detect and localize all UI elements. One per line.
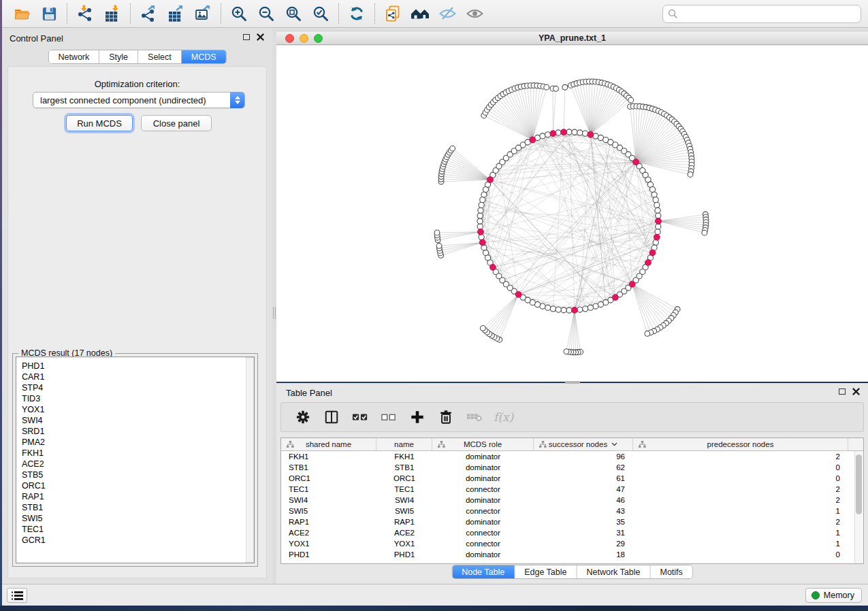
tab-motifs[interactable]: Motifs [650,565,692,578]
tab-network[interactable]: Network [48,50,99,63]
attribute-type-icon [539,441,547,448]
tab-style[interactable]: Style [99,50,138,63]
column-label: successor nodes [549,440,607,448]
mcds-result-item[interactable]: YOX1 [22,404,254,415]
export-image-button[interactable] [189,2,216,25]
mcds-result-item[interactable]: ORC1 [22,480,254,491]
refresh-view-button[interactable] [343,2,370,25]
close-panel-button[interactable]: Close panel [141,115,212,131]
open-file-button[interactable] [8,2,35,25]
save-icon [41,5,58,22]
table-cell: 1 [633,538,848,549]
status-menu-button[interactable] [7,588,27,603]
mcds-result-item[interactable]: CAR1 [22,371,254,382]
mcds-result-item[interactable]: PHD1 [22,361,254,371]
table-row[interactable]: YOX1YOX1connector291 [281,538,854,549]
mcds-result-item[interactable]: STP4 [22,382,254,393]
hide-selected-button[interactable] [434,2,461,25]
table-row[interactable]: STB1STB1dominator620 [281,462,854,473]
mcds-result-item[interactable]: TID3 [22,393,254,404]
zoom-selected-button[interactable] [307,2,334,25]
network-titlebar[interactable]: YPA_prune.txt_1 [276,31,868,45]
tab-mcds[interactable]: MCDS [182,50,226,63]
table-cell: 2 [633,495,848,506]
delete-column-button[interactable] [435,406,457,428]
network-canvas[interactable] [276,46,868,382]
control-panel: Control Panel Network Style Select MCDS … [2,28,272,584]
delete-table-button-disabled[interactable] [464,406,485,428]
toolbar-separator [338,3,339,24]
mcds-result-item[interactable]: SRD1 [22,426,254,437]
table-row[interactable]: ACE2ACE2connector311 [281,527,854,538]
duplicate-network-button[interactable] [379,2,406,25]
import-table-button[interactable] [99,2,126,25]
column-header-successor-nodes[interactable]: successor nodes [534,438,633,450]
tab-select[interactable]: Select [138,50,182,63]
zoom-in-button[interactable] [225,2,253,25]
column-header-MCDS-role[interactable]: MCDS role [432,438,534,450]
import-network-button[interactable] [71,2,99,25]
mcds-result-scrollbar[interactable] [246,357,254,563]
memory-status-icon [811,591,820,599]
sort-chevron-icon [611,442,617,446]
control-panel-tabs: Network Style Select MCDS [48,50,226,64]
table-cell: connector [432,506,534,516]
zoom-fit-button[interactable] [280,2,307,25]
table-row[interactable]: PHD1PHD1dominator180 [281,549,854,560]
table-row[interactable]: TEC1TEC1connector472 [281,484,854,495]
table-cell: STB1 [281,462,376,473]
table-cell: connector [432,527,534,538]
function-builder-button[interactable]: f(x) [494,410,513,424]
memory-button[interactable]: Memory [805,588,862,603]
add-column-button[interactable] [406,406,428,428]
close-panel-icon[interactable] [257,33,264,41]
save-session-button[interactable] [35,2,63,25]
first-neighbors-button[interactable] [406,2,434,25]
tab-node-table[interactable]: Node Table [452,565,515,578]
table-settings-button[interactable] [292,406,314,428]
mcds-result-item[interactable]: FKH1 [22,448,254,459]
criterion-value: largest connected component (undirected) [40,95,206,105]
export-table-button[interactable] [162,2,189,25]
column-header-name[interactable]: name [376,438,432,450]
open-folder-icon [13,5,31,22]
float-panel-icon[interactable] [839,389,846,395]
mcds-result-item[interactable]: STB1 [22,502,254,513]
table-row[interactable]: RAP1RAP1dominator352 [281,516,854,527]
run-mcds-button[interactable]: Run MCDS [66,115,133,131]
table-panel: Table Panel f(x) shared namenameMCDS rol… [276,383,868,584]
tab-network-table[interactable]: Network Table [577,565,651,578]
mcds-result-list[interactable]: PHD1CAR1STP4TID3YOX1SWI4SRD1PMA2FKH1ACE2… [16,357,255,563]
table-row[interactable]: FKH1FKH1dominator962 [281,451,854,462]
mcds-result-item[interactable]: RAP1 [22,491,254,502]
mcds-result-item[interactable]: PMA2 [22,437,254,448]
column-header-predecessor-nodes[interactable]: predecessor nodes [633,438,848,450]
search-input[interactable] [662,5,861,23]
table-scrollbar[interactable] [854,451,863,563]
mcds-result-item[interactable]: GCR1 [22,535,254,546]
float-panel-icon[interactable] [243,34,250,40]
table-scrollbar-thumb[interactable] [856,455,862,514]
table-row[interactable]: SWI5SWI5connector431 [281,506,854,516]
table-row[interactable]: ORC1ORC1dominator610 [281,473,854,484]
list-icon [12,591,23,600]
mcds-result-item[interactable]: SWI4 [22,415,254,426]
mcds-result-item[interactable]: STB5 [22,469,254,480]
horizontal-splitter-grip[interactable] [565,381,580,384]
mcds-result-item[interactable]: SWI5 [22,513,254,524]
table-cell: TEC1 [376,484,432,495]
mcds-result-item[interactable]: TEC1 [22,524,254,535]
show-columns-button[interactable] [321,406,342,428]
column-header-shared-name[interactable]: shared name [281,438,376,450]
export-network-button[interactable] [135,2,162,25]
table-row[interactable]: SWI4SWI4dominator462 [281,495,854,506]
tab-edge-table[interactable]: Edge Table [515,565,577,578]
select-all-button[interactable] [349,406,371,428]
show-all-button[interactable] [461,2,488,25]
deselect-all-button[interactable] [378,406,400,428]
zoom-out-button[interactable] [253,2,280,25]
close-panel-icon[interactable] [852,388,860,395]
mcds-result-item[interactable]: ACE2 [22,459,254,469]
table-cell: 0 [633,473,848,484]
criterion-dropdown[interactable]: largest connected component (undirected) [33,92,245,108]
